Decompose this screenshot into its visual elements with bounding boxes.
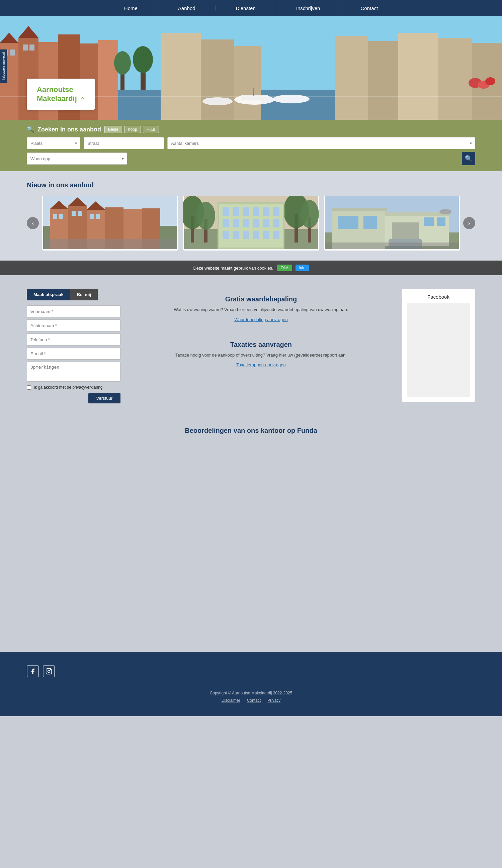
svg-rect-91: [338, 216, 358, 229]
svg-rect-76: [253, 219, 259, 227]
waardebepaling-block: Gratis waardebepaling Wat is uw woning w…: [131, 289, 391, 329]
search-button[interactable]: 🔍: [462, 152, 475, 165]
svg-rect-45: [53, 214, 57, 219]
search-title-row: 🔍 Zoeken in ons aanbod Beide Koop Huur: [27, 126, 475, 133]
svg-rect-72: [273, 207, 279, 216]
reviews-section: Beoordelingen van ons kantoor op Funda: [0, 417, 502, 652]
svg-rect-13: [29, 44, 34, 51]
svg-point-60: [196, 202, 215, 230]
svg-rect-69: [243, 207, 249, 216]
svg-rect-84: [273, 231, 279, 239]
reviews-title: Beoordelingen van ons kantoor op Funda: [27, 427, 475, 434]
nav-contact[interactable]: Contact: [340, 6, 398, 11]
cookie-info-button[interactable]: Info: [296, 265, 309, 271]
listing-card-2[interactable]: [183, 196, 319, 250]
submit-button[interactable]: Verstuur: [88, 393, 121, 403]
facebook-embed[interactable]: [407, 303, 470, 397]
svg-rect-82: [253, 231, 259, 239]
svg-rect-79: [223, 231, 229, 239]
footer: Copyright © Aarnoutse Makelaardij 2022-2…: [0, 652, 502, 716]
svg-point-18: [133, 46, 153, 73]
filter-huur[interactable]: Huur: [143, 126, 159, 133]
footer-privacy[interactable]: Privacy: [267, 698, 280, 703]
svg-rect-68: [233, 207, 239, 216]
cookie-text: Deze website maakt gebruik van cookies.: [193, 266, 273, 271]
hero-section: Inloggen move.nl: [0, 16, 502, 120]
svg-rect-78: [273, 219, 279, 227]
nav-home[interactable]: Home: [104, 6, 158, 11]
svg-rect-70: [253, 207, 259, 216]
svg-rect-98: [325, 242, 459, 249]
svg-rect-95: [437, 217, 445, 226]
footer-social-icons: [27, 665, 475, 677]
svg-rect-50: [96, 214, 100, 219]
svg-rect-92: [363, 216, 377, 229]
svg-point-20: [114, 51, 131, 75]
instagram-social-icon[interactable]: [43, 665, 55, 677]
nav-aanbod[interactable]: Aanbod: [158, 6, 216, 11]
listing-card-3[interactable]: [324, 196, 460, 250]
footer-copyright: Copyright © Aarnoutse Makelaardij 2022-2…: [27, 691, 475, 695]
voornaam-input[interactable]: [27, 306, 121, 318]
svg-rect-73: [223, 219, 229, 227]
listings-grid: [42, 196, 460, 250]
svg-rect-74: [233, 219, 239, 227]
reviews-content: [27, 441, 475, 642]
woontype-wrapper: [27, 153, 127, 165]
svg-rect-22: [368, 41, 398, 120]
svg-rect-12: [23, 44, 28, 51]
filter-beide[interactable]: Beide: [104, 126, 122, 133]
straat-input[interactable]: [84, 137, 164, 149]
cookie-ok-button[interactable]: Oké: [277, 265, 292, 271]
footer-contact[interactable]: Contact: [247, 698, 261, 703]
waardebepaling-link[interactable]: Waardebepaling aanvragen: [234, 317, 287, 322]
svg-rect-47: [72, 211, 76, 216]
plaats-input[interactable]: [27, 137, 80, 149]
taxaties-block: Taxaties aanvragen Taxatie nodig voor de…: [131, 334, 391, 375]
search-icon: 🔍: [27, 126, 34, 133]
new-listings-title: Nieuw in ons aanbod: [27, 181, 475, 189]
facebook-social-icon[interactable]: [27, 665, 39, 677]
svg-rect-54: [43, 239, 177, 249]
carousel-prev-btn[interactable]: ‹: [27, 217, 39, 229]
taxaties-link[interactable]: Taxatierapport aanvragen: [236, 362, 286, 367]
tab-bel[interactable]: Bel mij: [70, 289, 98, 300]
services-column: Gratis waardebepaling Wat is uw woning w…: [131, 289, 391, 403]
taxaties-title: Taxaties aanvragen: [141, 341, 381, 349]
kamers-input[interactable]: [167, 137, 475, 149]
plaats-wrapper: [27, 137, 80, 149]
footer-disclaimer[interactable]: Disclaimer: [222, 698, 240, 703]
svg-rect-48: [78, 211, 82, 216]
svg-point-96: [439, 209, 451, 214]
search-row-2: 🔍: [27, 152, 475, 165]
carousel-next-btn[interactable]: ›: [463, 217, 475, 229]
facebook-column: Facebook: [402, 289, 475, 403]
svg-rect-93: [392, 223, 419, 239]
svg-rect-71: [263, 207, 269, 216]
tab-afspraak[interactable]: Maak afspraak: [27, 289, 70, 300]
filter-koop[interactable]: Koop: [124, 126, 141, 133]
listing-image-2: [183, 196, 319, 249]
nav-inschrijven[interactable]: Inschrijven: [276, 6, 341, 11]
waardebepaling-text: Wat is uw woning waard? Vraag hier een v…: [141, 307, 381, 313]
svg-rect-24: [438, 38, 472, 120]
listing-card-1[interactable]: [42, 196, 178, 250]
search-section: 🔍 Zoeken in ons aanbod Beide Koop Huur 🔍: [0, 120, 502, 171]
email-input[interactable]: [27, 348, 121, 360]
nav-diensten[interactable]: Diensten: [216, 6, 276, 11]
filter-buttons: Beide Koop Huur: [104, 126, 159, 133]
svg-rect-46: [59, 214, 63, 219]
telefoon-input[interactable]: [27, 333, 121, 345]
svg-rect-28: [253, 88, 254, 96]
main-content: Maak afspraak Bel mij Ik ga akkoord met …: [0, 275, 502, 417]
woontype-input[interactable]: [27, 153, 127, 165]
achternaam-input[interactable]: [27, 319, 121, 331]
side-login[interactable]: Inloggen move.nl: [0, 50, 7, 83]
privacy-label: Ik ga akkoord met de privacyverklaring: [34, 385, 102, 390]
facebook-title: Facebook: [407, 294, 470, 300]
new-listings-section: Nieuw in ons aanbod ‹: [0, 171, 502, 260]
contact-form-column: Maak afspraak Bel mij Ik ga akkoord met …: [27, 289, 121, 403]
privacy-checkbox[interactable]: [27, 385, 31, 390]
contact-tabs: Maak afspraak Bel mij: [27, 289, 121, 300]
opmerkingen-textarea[interactable]: [27, 362, 121, 382]
